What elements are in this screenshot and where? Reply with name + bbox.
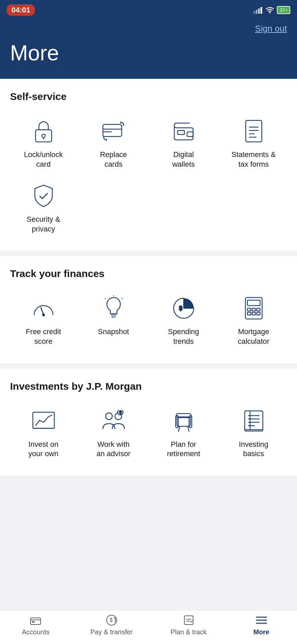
calculator-icon [240, 295, 267, 322]
digital-wallets-label: Digitalwallets [172, 150, 195, 169]
svg-rect-8 [103, 124, 122, 137]
svg-rect-29 [247, 300, 260, 306]
chair-icon [170, 408, 197, 434]
svg-rect-42 [177, 417, 190, 426]
svg-rect-3 [260, 7, 262, 14]
svg-text:$: $ [110, 617, 113, 623]
battery-icon: 37+ [277, 6, 290, 14]
lock-unlock-card-item[interactable]: Lock/unlockcard [10, 114, 77, 172]
nav-plan-track[interactable]: Plan & track [171, 614, 207, 636]
credit-score-item[interactable]: Free creditscore [10, 291, 77, 350]
statements-icon [240, 118, 267, 145]
svg-rect-35 [257, 312, 260, 315]
replace-cards-label: Replacecards [100, 150, 127, 169]
sign-out-button[interactable]: Sign out [255, 23, 287, 34]
wallet-icon [170, 118, 197, 145]
self-service-grid: Lock/unlockcard Replacecards [10, 114, 287, 237]
svg-rect-5 [36, 130, 52, 142]
wifi-icon [265, 7, 274, 13]
svg-rect-56 [32, 621, 35, 623]
gauge-icon [30, 295, 57, 322]
svg-point-19 [42, 314, 45, 316]
more-nav-icon [255, 614, 268, 626]
svg-rect-0 [253, 11, 255, 14]
self-service-title: Self-service [10, 91, 287, 102]
credit-score-label: Free creditscore [26, 327, 61, 346]
svg-rect-36 [33, 412, 54, 428]
investments-grid: Invest onyour own $ Work withan advisor [10, 404, 287, 462]
lock-unlock-label: Lock/unlockcard [24, 150, 63, 169]
investments-title: Investments by J.P. Morgan [10, 381, 287, 392]
svg-text:$: $ [119, 410, 122, 415]
svg-rect-12 [178, 130, 184, 135]
svg-point-38 [106, 413, 112, 420]
svg-rect-32 [257, 308, 260, 311]
plan-track-nav-label: Plan & track [171, 628, 207, 636]
nav-more[interactable]: More [245, 614, 278, 636]
plan-for-label: Plan forretirement [167, 440, 200, 459]
pay-transfer-nav-icon: $ [106, 614, 118, 626]
investments-section: Investments by J.P. Morgan Invest onyour… [0, 369, 297, 476]
svg-rect-11 [187, 132, 193, 137]
security-privacy-item[interactable]: Security &privacy [10, 179, 77, 237]
spending-trends-item[interactable]: $ Spendingtrends [150, 291, 217, 350]
svg-rect-33 [247, 312, 251, 315]
security-privacy-label: Security &privacy [26, 215, 60, 234]
svg-rect-13 [246, 120, 262, 142]
page-title: More [10, 41, 287, 65]
more-nav-label: More [253, 628, 270, 636]
investing-item[interactable]: Investingbasics [220, 404, 287, 462]
svg-line-25 [105, 298, 106, 299]
pay-transfer-nav-label: Pay & transfer [90, 628, 133, 636]
accounts-nav-icon [29, 614, 42, 626]
plan-track-nav-icon [183, 614, 195, 626]
svg-rect-31 [252, 308, 255, 311]
plan-for-item[interactable]: Plan forretirement [150, 404, 217, 462]
mortgage-calculator-item[interactable]: Mortgagecalculator [220, 291, 287, 350]
statements-label: Statements &tax forms [231, 150, 276, 169]
snapshot-item[interactable]: Snapshot [80, 291, 147, 350]
track-finances-grid: Free creditscore Snapshot [10, 291, 287, 350]
spending-trends-label: Spendingtrends [168, 327, 199, 346]
book-icon [240, 408, 267, 434]
mortgage-calculator-label: Mortgagecalculator [238, 327, 269, 346]
work-with-label: Work withan advisor [97, 440, 131, 459]
investing-label: Investingbasics [239, 440, 268, 459]
track-finances-section: Track your finances Free creditscore [0, 256, 297, 363]
status-time: 04:01 [7, 4, 35, 16]
svg-point-4 [269, 12, 271, 13]
work-with-item[interactable]: $ Work withan advisor [80, 404, 147, 462]
track-finances-title: Track your finances [10, 268, 287, 279]
bottom-nav: Accounts $ Pay & transfer Plan & track [0, 610, 297, 644]
statements-item[interactable]: Statements &tax forms [220, 114, 287, 172]
nav-pay-transfer[interactable]: $ Pay & transfer [90, 614, 133, 636]
self-service-section: Self-service Lock/unlockcard [0, 79, 297, 251]
status-bar: 04:01 37+ [0, 0, 297, 20]
shield-icon [30, 182, 57, 209]
nav-accounts[interactable]: Accounts [19, 614, 52, 636]
svg-rect-34 [252, 312, 255, 315]
header: Sign out More [0, 20, 297, 79]
advisor-icon: $ [100, 408, 127, 434]
signal-icon [253, 6, 263, 14]
svg-text:$: $ [179, 305, 182, 312]
svg-line-23 [122, 298, 122, 299]
pie-chart-icon: $ [170, 295, 197, 322]
digital-wallets-item[interactable]: Digitalwallets [150, 114, 217, 172]
svg-rect-30 [247, 308, 251, 311]
chart-line-icon [30, 408, 57, 434]
invest-on-item[interactable]: Invest onyour own [10, 404, 77, 462]
svg-point-6 [42, 134, 45, 138]
accounts-nav-label: Accounts [22, 628, 49, 636]
snapshot-label: Snapshot [98, 327, 129, 337]
svg-rect-1 [256, 10, 257, 14]
svg-rect-2 [258, 8, 260, 14]
svg-rect-59 [184, 616, 193, 625]
status-icons: 37+ [253, 6, 290, 14]
svg-rect-54 [31, 618, 41, 625]
invest-on-label: Invest onyour own [28, 440, 58, 459]
lock-icon [30, 118, 57, 145]
lightbulb-icon [100, 295, 127, 322]
replace-cards-item[interactable]: Replacecards [80, 114, 147, 172]
replace-card-icon [100, 118, 127, 145]
